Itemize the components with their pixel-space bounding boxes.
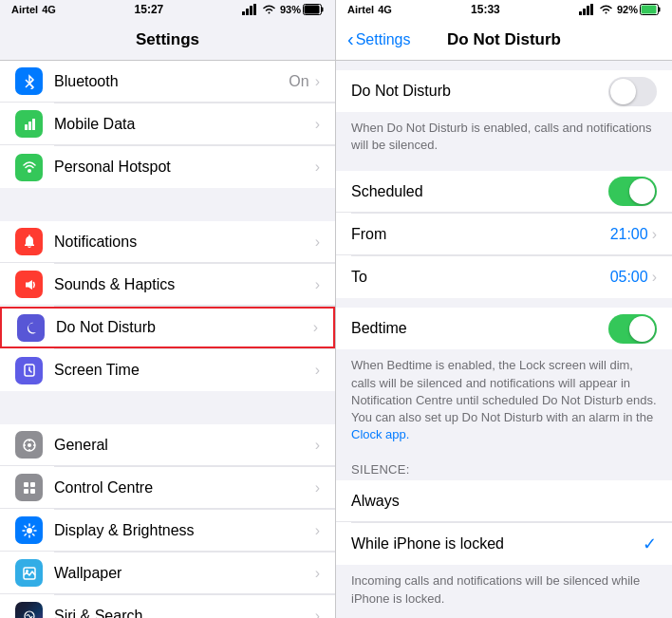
siri-label: Siri & Search [54,608,315,619]
right-signal-icon [579,4,595,15]
signal-icon [242,4,258,15]
left-section-3: General › Control Centre › [0,424,335,618]
mobile-data-row[interactable]: Mobile Data › [0,103,335,145]
scheduled-row[interactable]: Scheduled [336,171,672,213]
control-centre-label: Control Centre [54,479,315,496]
dnd-toggle-thumb [610,79,636,104]
svg-rect-40 [583,9,586,15]
siri-row[interactable]: Siri & Search › [0,595,335,618]
back-button[interactable]: ‹ Settings [347,28,410,50]
svg-rect-39 [579,11,582,15]
to-row[interactable]: To 05:00 › [336,256,672,298]
svg-line-16 [29,370,31,372]
wallpaper-icon-container [15,559,43,587]
from-row[interactable]: From 21:00 › [336,214,672,255]
screentime-chevron: › [315,362,320,379]
dnd-toggle[interactable] [608,77,657,106]
control-icon [22,480,37,496]
clock-app-link[interactable]: Clock app. [351,427,409,441]
silence-section-label: SILENCE: [336,457,672,480]
left-section-2: Notifications › Sounds & Haptics › [0,221,335,391]
bedtime-row[interactable]: Bedtime [336,308,672,349]
back-label: Settings [356,31,411,48]
svg-point-37 [26,570,28,572]
svg-rect-44 [658,8,660,12]
svg-point-18 [28,443,31,447]
right-network: 4G [378,4,392,15]
bedtime-toggle[interactable] [608,314,657,344]
while-locked-label: While iPhone is locked [351,535,643,552]
control-centre-row[interactable]: Control Centre › [0,467,335,509]
display-row[interactable]: Display & Brightness › [0,510,335,552]
left-nav-title: Settings [136,30,199,49]
svg-rect-1 [246,9,249,15]
svg-rect-5 [321,8,323,12]
right-group-4: Always While iPhone is locked ✓ [336,480,672,565]
right-status-bar: Airtel 4G 15:33 92% [336,0,672,19]
svg-rect-26 [30,489,35,494]
from-time-value: 21:00 [610,226,648,243]
left-time: 15:27 [135,3,164,16]
screentime-icon [22,363,37,378]
svg-line-35 [25,534,27,535]
notifications-label: Notifications [54,234,315,251]
right-battery: 92% [617,4,638,15]
personal-hotspot-row[interactable]: Personal Hotspot › [0,146,335,188]
mobile-data-icon [22,117,37,132]
svg-line-33 [32,534,34,535]
to-label: To [351,269,610,286]
bluetooth-row[interactable]: Bluetooth On › [0,61,335,103]
display-icon-container [15,516,43,544]
control-icon-container [15,474,43,501]
always-row[interactable]: Always [336,480,672,522]
hotspot-chevron: › [315,159,320,176]
svg-rect-42 [590,4,593,15]
screentime-label: Screen Time [54,362,315,379]
scheduled-toggle[interactable] [608,177,657,206]
svg-rect-41 [587,6,589,15]
siri-icon [22,609,37,619]
screentime-row[interactable]: Screen Time › [0,349,335,391]
right-wifi-icon [599,4,613,15]
right-status-right: 92% [579,4,661,15]
notifications-row[interactable]: Notifications › [0,221,335,263]
dnd-row[interactable]: Do Not Disturb › [0,307,335,348]
left-settings-list[interactable]: Bluetooth On › Mobile Data › [0,61,335,618]
right-battery-icon [640,4,661,15]
hotspot-icon-container [15,154,43,181]
bluetooth-icon-container [15,67,43,95]
right-group-3: Bedtime [336,308,672,349]
sounds-icon [22,277,37,292]
hotspot-label: Personal Hotspot [54,159,315,176]
dnd-toggle-label: Do Not Disturb [351,83,608,100]
svg-point-12 [28,169,31,173]
right-status-left: Airtel 4G [347,4,392,15]
svg-rect-0 [242,11,245,15]
svg-rect-10 [28,122,31,130]
right-settings-list[interactable]: Do Not Disturb When Do Not Disturb is en… [336,61,672,618]
bluetooth-icon [22,74,37,89]
sounds-row[interactable]: Sounds & Haptics › [0,264,335,306]
svg-rect-11 [32,119,35,130]
mobile-data-chevron: › [315,116,320,133]
svg-rect-25 [24,489,28,494]
left-nav-bar: Settings [0,19,335,61]
display-chevron: › [315,522,320,539]
svg-rect-3 [253,4,256,15]
wallpaper-row[interactable]: Wallpaper › [0,552,335,594]
svg-rect-9 [25,124,28,130]
hotspot-icon [22,159,37,175]
left-status-bar: Airtel 4G 15:27 93% [0,0,335,19]
svg-rect-2 [250,6,252,15]
wallpaper-icon [22,566,37,581]
while-locked-row[interactable]: While iPhone is locked ✓ [336,523,672,565]
bluetooth-label: Bluetooth [54,73,289,90]
general-row[interactable]: General › [0,424,335,466]
spacer-1 [0,188,335,221]
always-label: Always [351,493,657,510]
bedtime-label: Bedtime [351,320,608,337]
wifi-icon [262,4,276,15]
general-icon [22,438,37,453]
dnd-toggle-row[interactable]: Do Not Disturb [336,70,672,112]
dnd-chevron: › [313,319,318,336]
